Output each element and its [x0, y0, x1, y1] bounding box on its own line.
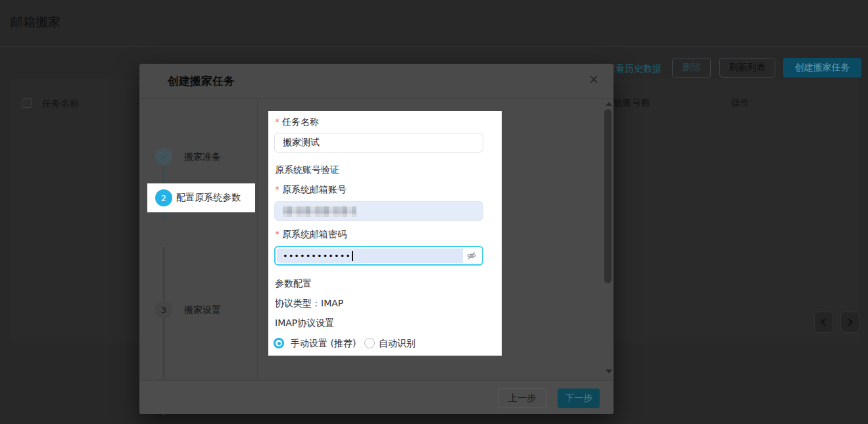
- modal-footer: 上一步 下一步: [139, 380, 614, 414]
- wizard-steps-panel: ✓ 搬家准备 3 搬家设置 4 添加搬家账号: [139, 99, 258, 380]
- password-autofill-area: ••••••••••••: [277, 248, 463, 263]
- pagination-prev-button[interactable]: [814, 312, 833, 333]
- account-verify-section-title: 原系统账号验证: [275, 164, 339, 176]
- required-mark: *: [275, 184, 279, 195]
- radio-manual-setting[interactable]: [274, 338, 284, 348]
- radio-auto-detect[interactable]: [364, 338, 375, 348]
- select-all-checkbox[interactable]: [22, 98, 32, 108]
- text-caret: [352, 251, 353, 261]
- create-task-button[interactable]: 创建搬家任务: [783, 58, 861, 78]
- task-name-label-text: 任务名称: [282, 116, 319, 127]
- page-title: 邮箱搬家: [11, 14, 60, 31]
- modal-header: 创建搬家任务 ×: [139, 64, 614, 99]
- prev-step-button[interactable]: 上一步: [498, 389, 546, 408]
- header-divider: [0, 46, 868, 47]
- censored-account-value: [283, 206, 356, 217]
- column-task-name: 任务名称: [42, 98, 79, 110]
- scroll-up-icon[interactable]: [606, 102, 612, 106]
- pagination-next-button[interactable]: [840, 312, 859, 333]
- active-step-highlight: 2 配置原系统参数: [147, 183, 255, 212]
- step3-circle: 3: [155, 301, 172, 318]
- step1-label: 搬家准备: [184, 151, 221, 163]
- source-account-input[interactable]: [274, 201, 483, 221]
- column-actions: 操作: [731, 97, 750, 109]
- source-account-label: *原系统邮箱账号: [275, 184, 347, 196]
- source-password-input[interactable]: ••••••••••••: [274, 246, 483, 266]
- radio-manual-label[interactable]: 手动设置 (推荐): [291, 338, 356, 350]
- form-highlight: *任务名称 搬家测试 原系统账号验证 *原系统邮箱账号 *原系统邮箱密码 •••…: [268, 111, 502, 356]
- params-section-title: 参数配置: [275, 278, 312, 290]
- scroll-down-icon[interactable]: [606, 369, 612, 373]
- step3-label: 搬家设置: [184, 304, 221, 316]
- view-history-link[interactable]: 查看历史数据: [606, 63, 662, 75]
- source-account-label-text: 原系统邮箱账号: [282, 184, 347, 195]
- refresh-list-button[interactable]: 刷新列表: [719, 58, 775, 78]
- protocol-type-text: 协议类型：IMAP: [275, 298, 343, 310]
- step2-circle: 2: [155, 189, 172, 206]
- task-name-label: *任务名称: [275, 116, 319, 128]
- eye-slash-icon[interactable]: [466, 250, 477, 261]
- delete-button[interactable]: 删除: [672, 58, 711, 78]
- imap-settings-label: IMAP协议设置: [275, 318, 334, 329]
- close-icon[interactable]: ×: [589, 73, 599, 85]
- step2-label: 配置原系统参数: [176, 192, 241, 204]
- step-connector: [163, 247, 164, 301]
- required-mark: *: [275, 229, 279, 239]
- chevron-left-icon: [821, 318, 828, 325]
- step1-check-icon: ✓: [155, 148, 172, 165]
- scrollbar-thumb[interactable]: [604, 109, 612, 283]
- step-connector: [163, 318, 164, 378]
- required-mark: *: [275, 116, 279, 127]
- chevron-right-icon: [845, 318, 852, 325]
- modal-scrollbar: [604, 99, 613, 380]
- screen: 邮箱搬家 查看历史数据 删除 刷新列表 创建搬家任务 任务名称 失败账号数 操作…: [0, 0, 868, 424]
- radio-auto-label[interactable]: 自动识别: [379, 338, 416, 350]
- source-password-label-text: 原系统邮箱密码: [282, 229, 347, 239]
- next-step-button[interactable]: 下一步: [558, 389, 600, 408]
- task-name-input[interactable]: 搬家测试: [274, 133, 483, 153]
- modal-title: 创建搬家任务: [168, 74, 235, 89]
- source-password-label: *原系统邮箱密码: [275, 229, 347, 241]
- password-masked-value: ••••••••••••: [283, 252, 351, 260]
